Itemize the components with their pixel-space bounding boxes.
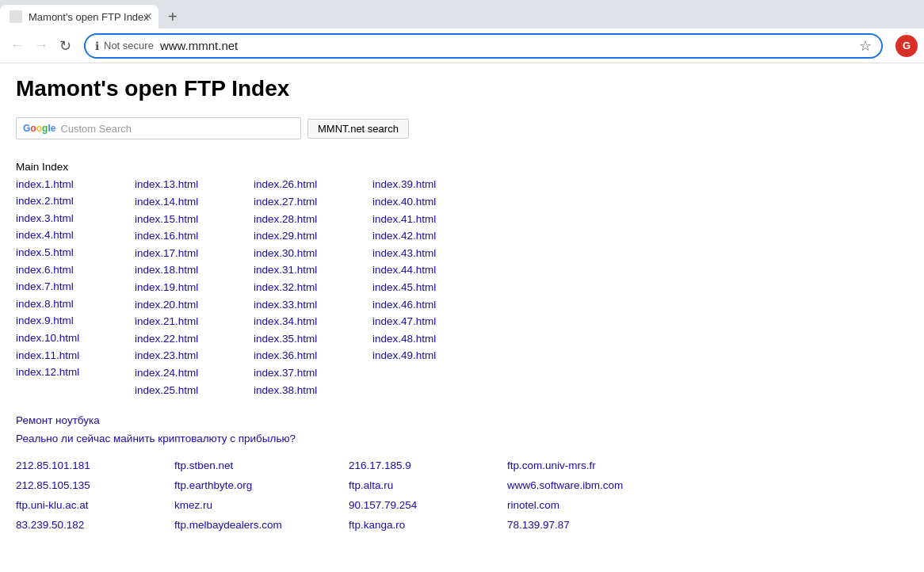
ftp-link[interactable]: ftp.earthbyte.org (174, 477, 349, 495)
ftp-link[interactable]: 90.157.79.254 (349, 497, 507, 515)
promo-link-2[interactable]: Реально ли сейчас майнить криптовалюту с… (16, 433, 908, 444)
ftp-link[interactable]: ftp.com.univ-mrs.fr (507, 457, 729, 475)
list-item[interactable]: index.5.html (16, 246, 74, 258)
search-input[interactable]: Custom Search (60, 123, 132, 135)
promo-link-1[interactable]: Ремонт ноутбука (16, 414, 908, 426)
list-item[interactable]: index.17.html (135, 247, 198, 259)
list-item[interactable]: index.42.html (372, 230, 436, 242)
tab-title: Mamont's open FTP Index (29, 11, 149, 23)
list-item[interactable]: index.25.html (135, 384, 198, 396)
list-item[interactable]: index.11.html (16, 349, 79, 361)
list-item[interactable]: index.27.html (254, 196, 317, 208)
list-item[interactable]: index.34.html (254, 315, 317, 327)
list-item[interactable]: index.45.html (372, 281, 436, 293)
list-item[interactable]: index.26.html (254, 178, 317, 190)
page-title: Mamont's open FTP Index (16, 76, 908, 101)
list-item[interactable]: index.23.html (135, 349, 198, 361)
search-area: Google Custom Search MMNT.net search (16, 117, 908, 139)
list-item[interactable]: index.29.html (254, 230, 317, 242)
profile-initial: G (903, 40, 911, 51)
list-item[interactable]: index.31.html (254, 264, 317, 276)
ftp-link[interactable]: 212.85.101.181 (16, 457, 174, 475)
address-text: www.mmnt.net (160, 39, 238, 52)
browser-window: Mamont's open FTP Index × + ← → ↻ ℹ Not … (0, 0, 924, 547)
new-tab-button[interactable]: + (162, 6, 184, 28)
active-tab[interactable]: Mamont's open FTP Index × (0, 5, 158, 29)
forward-button[interactable]: → (30, 35, 52, 57)
list-item[interactable]: index.35.html (254, 333, 317, 345)
list-item[interactable]: index.7.html (16, 280, 74, 292)
list-item[interactable]: index.32.html (254, 281, 317, 293)
ftp-link[interactable]: kmez.ru (174, 497, 349, 515)
list-item[interactable]: index.18.html (135, 264, 198, 276)
list-item[interactable]: index.14.html (135, 196, 198, 208)
list-item[interactable]: index.46.html (372, 299, 436, 311)
ftp-link[interactable]: ftp.stben.net (174, 457, 349, 475)
google-search-box[interactable]: Google Custom Search (16, 117, 301, 139)
list-item[interactable]: index.9.html (16, 315, 74, 326)
list-item[interactable]: index.1.html (16, 178, 74, 190)
ftp-link[interactable]: ftp.melbaydealers.com (174, 517, 349, 535)
ftp-link[interactable]: 212.85.105.135 (16, 477, 174, 495)
tab-favicon (10, 10, 22, 23)
info-icon: ℹ (95, 40, 99, 52)
list-item[interactable]: index.8.html (16, 298, 74, 310)
list-item[interactable]: index.2.html (16, 195, 74, 207)
back-button[interactable]: ← (6, 35, 29, 57)
list-item[interactable]: index.28.html (254, 213, 317, 225)
not-secure-label: Not secure (104, 40, 154, 51)
list-item[interactable]: index.43.html (372, 247, 436, 259)
list-item[interactable]: index.40.html (372, 196, 436, 208)
list-item[interactable]: index.49.html (372, 349, 436, 361)
ftp-link[interactable]: www6.software.ibm.com (507, 477, 729, 495)
tab-bar: Mamont's open FTP Index × + (0, 0, 924, 29)
list-item[interactable]: index.15.html (135, 213, 198, 225)
list-item[interactable]: index.38.html (254, 384, 317, 396)
ftp-link[interactable]: 216.17.185.9 (349, 457, 507, 475)
google-logo: Google (23, 123, 55, 134)
list-item[interactable]: index.21.html (135, 315, 198, 327)
search-button[interactable]: MMNT.net search (307, 119, 409, 139)
list-item[interactable]: index.24.html (135, 367, 198, 379)
list-item[interactable]: index.16.html (135, 230, 198, 242)
list-item[interactable]: index.39.html (372, 178, 436, 190)
list-item[interactable]: index.6.html (16, 264, 74, 276)
promo-section: Ремонт ноутбука Реально ли сейчас майнит… (16, 414, 908, 444)
ftp-link[interactable]: ftp.kanga.ro (349, 517, 507, 535)
list-item[interactable]: index.33.html (254, 299, 317, 311)
list-item[interactable]: index.36.html (254, 349, 317, 361)
list-item[interactable]: index.13.html (135, 178, 198, 190)
ftp-link[interactable]: ftp.alta.ru (349, 477, 507, 495)
list-item[interactable]: index.44.html (372, 264, 436, 276)
ftp-link[interactable]: 78.139.97.87 (507, 517, 729, 535)
list-item[interactable]: index.37.html (254, 367, 317, 379)
list-item[interactable]: index.30.html (254, 247, 317, 259)
list-item[interactable]: index.20.html (135, 299, 198, 311)
tab-close-button[interactable]: × (144, 10, 151, 24)
ftp-link[interactable]: 83.239.50.182 (16, 517, 174, 535)
nav-bar: ← → ↻ ℹ Not secure www.mmnt.net ☆ G (0, 29, 924, 63)
list-item[interactable]: index.4.html (16, 229, 74, 241)
list-item[interactable]: index.3.html (16, 212, 74, 224)
ftp-grid: 212.85.101.181 ftp.stben.net 216.17.185.… (16, 457, 908, 535)
list-item[interactable]: index.22.html (135, 333, 198, 345)
ftp-link[interactable]: rinotel.com (507, 497, 729, 515)
profile-icon[interactable]: G (895, 35, 918, 57)
list-item[interactable]: index.47.html (372, 315, 436, 327)
address-bar[interactable]: ℹ Not secure www.mmnt.net ☆ (84, 33, 883, 59)
list-item[interactable]: index.19.html (135, 281, 198, 293)
ftp-link[interactable]: ftp.uni-klu.ac.at (16, 497, 174, 515)
bookmark-icon[interactable]: ☆ (859, 37, 872, 55)
list-item[interactable]: index.41.html (372, 213, 436, 225)
page-content: Mamont's open FTP Index Google Custom Se… (0, 63, 924, 547)
list-item[interactable]: index.12.html (16, 366, 79, 378)
index-grid: Main Index index.1.html index.2.html ind… (16, 158, 908, 398)
list-item[interactable]: index.48.html (372, 333, 436, 345)
reload-button[interactable]: ↻ (54, 35, 76, 57)
main-index-label: Main Index (16, 158, 135, 176)
list-item[interactable]: index.10.html (16, 332, 79, 344)
